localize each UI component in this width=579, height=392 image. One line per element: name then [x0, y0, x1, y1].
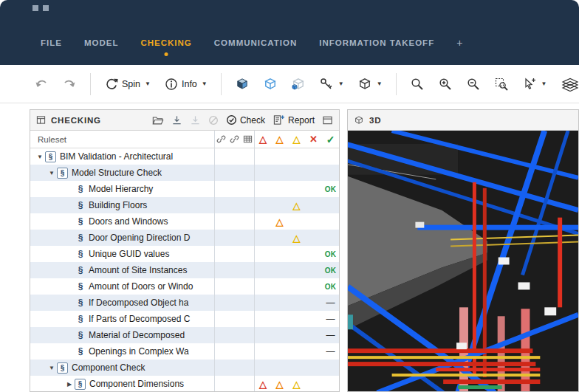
result-cell-yellow: △	[288, 197, 305, 213]
menu-checking[interactable]: CHECKING	[140, 38, 191, 47]
undo-button[interactable]	[34, 77, 49, 92]
result-cell-orange	[271, 197, 288, 213]
result-cell-status	[322, 197, 339, 213]
accepted-column-icon[interactable]: ✓	[322, 131, 339, 148]
result-cell-link2	[227, 262, 241, 278]
section-planes-icon[interactable]	[561, 77, 579, 92]
result-cell-cross	[305, 262, 322, 278]
expander-icon[interactable]: ▶	[64, 381, 75, 388]
table-column-icon[interactable]	[241, 131, 254, 148]
ruleset-row[interactable]: ▼§Component Check	[30, 360, 339, 376]
spin-control[interactable]: Spin ▼	[104, 77, 151, 92]
ghost-cube-icon[interactable]	[291, 77, 306, 92]
menu-add-tab[interactable]: +	[456, 37, 463, 49]
ruleset-row[interactable]: §Model HierarchyOK	[30, 181, 339, 197]
severity-moderate-icon[interactable]: △	[271, 131, 288, 148]
menu-model[interactable]: MODEL	[84, 38, 119, 47]
view-preset-control[interactable]: ▼	[357, 77, 383, 92]
report-button[interactable]: Report	[273, 114, 315, 125]
models-cube-icon[interactable]	[235, 77, 250, 92]
rule-name: Unique GUID values	[86, 249, 169, 259]
result-cell-link2	[227, 278, 241, 295]
result-cell-yellow	[288, 148, 305, 165]
ruleset-row[interactable]: §Building Floors△	[30, 197, 339, 213]
ruleset-row[interactable]: §Unique GUID valuesOK	[30, 246, 339, 262]
window-control-icon[interactable]	[43, 5, 49, 11]
result-cell-orange	[271, 262, 288, 278]
severity-critical-icon[interactable]: △	[254, 131, 271, 148]
rejected-column-icon[interactable]: ✕	[305, 131, 322, 148]
navigation-mode-control[interactable]: ▼	[319, 77, 344, 92]
zoom-icon[interactable]	[410, 77, 425, 92]
ruleset-row[interactable]: §Amount of Site InstancesOK	[30, 262, 339, 278]
zoom-out-icon[interactable]	[466, 77, 481, 92]
panel-layout-icon[interactable]	[322, 115, 333, 125]
check-button-label: Check	[240, 115, 265, 125]
result-cell-table	[241, 343, 254, 360]
result-cell-link2	[227, 148, 241, 165]
hyperlink-column-icon[interactable]	[214, 131, 227, 148]
open-ruleset-icon[interactable]	[152, 115, 164, 125]
ruleset-row[interactable]: §Amount of Doors or WindoOK	[30, 278, 339, 295]
menu-information-takeoff[interactable]: INFORMATION TAKEOFF	[319, 38, 434, 47]
severity-low-icon[interactable]: △	[288, 131, 305, 148]
ruleset-row[interactable]: ▶§Component Dimensions△△△	[30, 376, 339, 392]
rule-name: Component Dimensions	[87, 379, 184, 389]
ruleset-column-label[interactable]: Ruleset	[30, 135, 214, 144]
result-cell-link1	[214, 181, 227, 197]
toolbar: Spin ▼ Info ▼ ▼	[0, 65, 579, 103]
rule-name: Doors and Windows	[86, 216, 168, 227]
zoom-window-icon[interactable]	[494, 77, 509, 92]
info-control[interactable]: Info ▼	[164, 77, 208, 92]
result-cell-link2	[227, 311, 241, 327]
menu-communication[interactable]: COMMUNICATION	[214, 38, 297, 47]
3d-viewport[interactable]	[348, 131, 578, 392]
result-cell-orange	[271, 327, 288, 343]
result-cell-red	[254, 181, 271, 197]
rule-name: Model Structure Check	[69, 168, 162, 178]
ruleset-row[interactable]: §Doors and Windows△	[30, 213, 339, 230]
ruleset-row[interactable]: §Material of Decomposed—	[30, 327, 339, 343]
redo-button[interactable]	[62, 77, 77, 92]
check-button[interactable]: Check	[226, 114, 265, 125]
report-plus-icon	[273, 114, 285, 125]
select-control[interactable]: ▼	[522, 77, 547, 92]
section-icon: §	[57, 168, 68, 179]
export-icon[interactable]	[190, 115, 201, 125]
result-cell-link2	[227, 343, 241, 360]
rule-name: Component Check	[69, 362, 145, 373]
rule-label: ▼§Model Structure Check	[30, 165, 214, 181]
rule-name: Building Floors	[86, 200, 147, 210]
result-cell-orange	[271, 360, 288, 376]
ruleset-row[interactable]: ▼§BIM Validation - Architectural	[30, 148, 339, 165]
ruleset-row[interactable]: §Door Opening Direction D△	[30, 230, 339, 246]
ruleset-row[interactable]: §If Decomposed Object ha—	[30, 295, 339, 311]
result-cell-yellow	[288, 262, 305, 278]
zoom-in-icon[interactable]	[438, 77, 453, 92]
result-cell-cross	[305, 213, 322, 230]
import-icon[interactable]	[171, 115, 182, 125]
ruleset-row[interactable]: §Openings in Complex Wa—	[30, 343, 339, 360]
window-control-icon[interactable]	[32, 5, 38, 11]
section-icon: §	[75, 233, 86, 243]
rule-name: BIM Validation - Architectural	[58, 151, 173, 162]
spin-label: Spin	[122, 79, 140, 89]
toolbar-separator	[90, 73, 91, 95]
link-column-icon[interactable]	[227, 131, 241, 148]
expander-icon[interactable]: ▼	[47, 365, 57, 371]
result-cell-link1	[214, 311, 227, 327]
toolbar-separator	[221, 73, 222, 95]
wireframe-cube-icon[interactable]	[263, 77, 278, 92]
result-cell-status: —	[322, 311, 339, 327]
result-cell-red	[254, 213, 271, 230]
info-icon	[164, 77, 179, 92]
ruleset-row[interactable]: §If Parts of Decomposed C—	[30, 311, 339, 327]
section-icon: §	[45, 151, 56, 162]
ruleset-row[interactable]: ▼§Model Structure Check	[30, 165, 339, 181]
result-cell-table	[241, 165, 254, 181]
result-cell-status	[322, 148, 339, 165]
result-cell-red	[254, 148, 271, 165]
expander-icon[interactable]: ▼	[35, 154, 45, 160]
menu-file[interactable]: FILE	[41, 38, 62, 47]
expander-icon[interactable]: ▼	[47, 170, 57, 176]
